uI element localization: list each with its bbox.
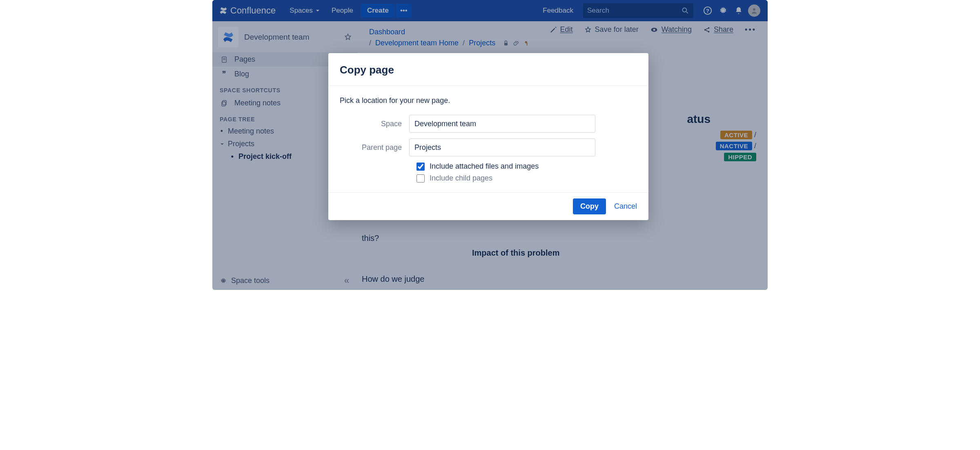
include-children-checkbox[interactable] <box>416 174 425 183</box>
cancel-button-label: Cancel <box>614 202 637 210</box>
cancel-button[interactable]: Cancel <box>614 202 637 211</box>
copy-page-modal: Copy page Pick a location for your new p… <box>328 53 648 220</box>
parent-page-field-label: Parent page <box>340 143 409 152</box>
modal-description: Pick a location for your new page. <box>340 96 637 105</box>
space-field-label: Space <box>340 120 409 128</box>
include-attachments-label: Include attached files and images <box>430 162 539 171</box>
include-attachments-checkbox[interactable] <box>416 163 425 171</box>
modal-title: Copy page <box>340 64 637 76</box>
copy-button-label: Copy <box>580 202 599 210</box>
copy-button[interactable]: Copy <box>573 198 606 214</box>
include-children-label: Include child pages <box>430 174 492 183</box>
parent-page-field[interactable] <box>409 138 595 156</box>
space-field[interactable] <box>409 115 595 133</box>
